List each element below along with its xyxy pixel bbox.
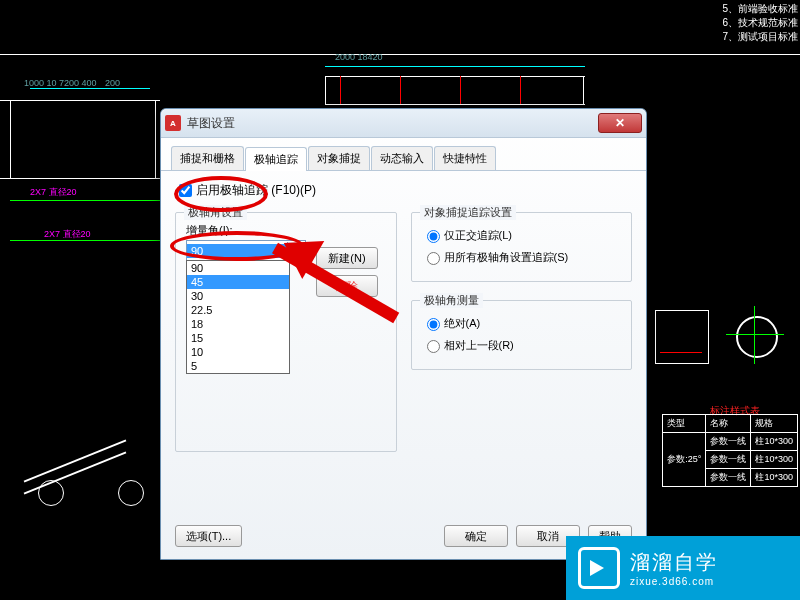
watermark: 溜溜自学 zixue.3d66.com [566, 536, 800, 600]
increment-angle-dropdown[interactable]: 90 [186, 240, 306, 262]
enable-polar-checkbox[interactable]: 启用极轴追踪 (F10)(P) [175, 181, 632, 200]
app-icon: A [165, 115, 181, 131]
close-button[interactable]: ✕ [598, 113, 642, 133]
ortho-track-radio[interactable]: 仅正交追踪(L) [422, 227, 622, 243]
all-polar-track-radio[interactable]: 用所有极轴角设置追踪(S) [422, 249, 622, 265]
option-15[interactable]: 15 [187, 331, 289, 345]
increment-angle-list[interactable]: 90 45 30 22.5 18 15 10 5 [186, 260, 290, 374]
play-icon [578, 547, 620, 589]
tab-quick-props[interactable]: 快捷特性 [434, 146, 496, 170]
option-30[interactable]: 30 [187, 289, 289, 303]
option-18[interactable]: 18 [187, 317, 289, 331]
watermark-url: zixue.3d66.com [630, 576, 718, 587]
drafting-settings-dialog: A 草图设置 ✕ 捕捉和栅格 极轴追踪 对象捕捉 动态输入 快捷特性 启用极轴追… [160, 108, 647, 560]
enable-polar-label: 启用极轴追踪 (F10)(P) [196, 182, 316, 199]
option-45[interactable]: 45 [187, 275, 289, 289]
tab-dynamic-input[interactable]: 动态输入 [371, 146, 433, 170]
tab-polar-tracking[interactable]: 极轴追踪 [245, 147, 307, 171]
watermark-brand: 溜溜自学 [630, 549, 718, 576]
new-button[interactable]: 新建(N) [316, 247, 378, 269]
option-22-5[interactable]: 22.5 [187, 303, 289, 317]
osnap-track-group-title: 对象捕捉追踪设置 [420, 205, 516, 220]
increment-angle-label: 增量角(I): [186, 223, 306, 238]
delete-button[interactable]: 删除 [316, 275, 378, 297]
spec-table: 类型名称规格 参数:25°参数一线柱10*300 参数一线柱10*300 参数一… [662, 414, 798, 487]
relative-radio[interactable]: 相对上一段(R) [422, 337, 622, 353]
dialog-title: 草图设置 [187, 115, 235, 132]
tab-object-snap[interactable]: 对象捕捉 [308, 146, 370, 170]
titlebar[interactable]: A 草图设置 ✕ [161, 109, 646, 138]
ok-button[interactable]: 确定 [444, 525, 508, 547]
absolute-radio[interactable]: 绝对(A) [422, 315, 622, 331]
option-5[interactable]: 5 [187, 359, 289, 373]
chevron-down-icon[interactable] [287, 242, 305, 260]
option-90[interactable]: 90 [187, 261, 289, 275]
tab-snap-grid[interactable]: 捕捉和栅格 [171, 146, 244, 170]
polar-angle-group-title: 极轴角设置 [184, 205, 247, 220]
polar-measure-group-title: 极轴角测量 [420, 293, 483, 308]
tab-strip: 捕捉和栅格 极轴追踪 对象捕捉 动态输入 快捷特性 [161, 138, 646, 171]
enable-polar-input[interactable] [179, 184, 192, 197]
options-button[interactable]: 选项(T)... [175, 525, 242, 547]
option-10[interactable]: 10 [187, 345, 289, 359]
bg-notes: 5、前端验收标准6、技术规范标准7、测试项目标准 [722, 2, 798, 44]
